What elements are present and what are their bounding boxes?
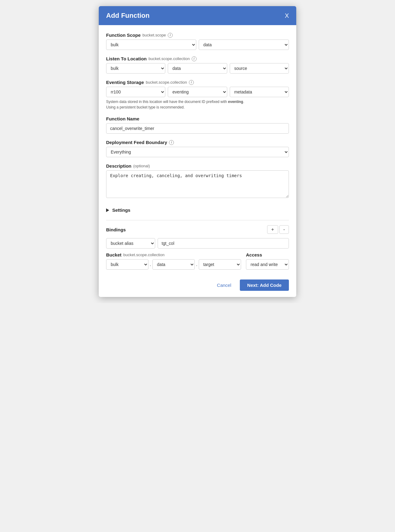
binding-collection-select[interactable]: target [199, 259, 241, 270]
bindings-btn-group: + - [267, 225, 289, 234]
function-scope-info-icon[interactable]: i [168, 33, 173, 38]
deployment-feed-boundary-group: Deployment Feed Boundary i Everything [106, 140, 289, 157]
description-textarea[interactable]: Explore creating, canceling, and overwri… [106, 170, 289, 198]
eventing-bucket-wrap: rr100 [106, 87, 165, 97]
settings-triangle-icon [106, 208, 109, 212]
settings-label: Settings [112, 207, 130, 213]
listen-scope-wrap: data [168, 63, 227, 74]
eventing-collection-select[interactable]: metadata [230, 87, 289, 97]
listen-to-location-label: Listen To Location bucket.scope.collecti… [106, 56, 289, 61]
dialog-body: Function Scope bucket.scope i bulk data [99, 25, 296, 275]
function-scope-group: Function Scope bucket.scope i bulk data [106, 32, 289, 50]
eventing-storage-hint: System data stored in this location will… [106, 99, 289, 110]
alias-input-wrap [158, 238, 289, 249]
bucket-field-label: Bucket bucket.scope.collection [106, 252, 241, 257]
binding-alias-row: bucket alias url alias constant binding [106, 238, 289, 249]
dialog-footer: Cancel Next: Add Code [99, 275, 296, 297]
function-scope-scope-select[interactable]: data [199, 40, 289, 50]
listen-collection-wrap: source [230, 63, 289, 74]
eventing-storage-info-icon[interactable]: i [189, 80, 194, 85]
function-scope-bucket-select[interactable]: bulk [106, 40, 196, 50]
add-function-dialog: Add Function X Function Scope bucket.sco… [99, 6, 296, 297]
listen-to-location-selects: bulk data source [106, 63, 289, 74]
function-scope-scope-wrap: data [199, 40, 289, 50]
dialog-title: Add Function [106, 12, 150, 20]
settings-row[interactable]: Settings [106, 205, 289, 215]
access-field: Access read and write read only [246, 252, 289, 270]
listen-to-location-group: Listen To Location bucket.scope.collecti… [106, 56, 289, 74]
eventing-storage-label: Eventing Storage bucket.scope.collection… [106, 80, 289, 85]
deployment-feed-boundary-select[interactable]: Everything [106, 147, 289, 157]
dot-sep-1: . [149, 262, 151, 267]
binding-bucket-wrap: bulk [106, 259, 148, 270]
alias-type-wrap: bucket alias url alias constant binding [106, 238, 155, 249]
bindings-title: Bindings [106, 227, 126, 232]
dialog-header: Add Function X [99, 6, 296, 25]
bucket-selects: bulk . data . target [106, 259, 241, 270]
alias-type-select[interactable]: bucket alias url alias constant binding [106, 238, 155, 249]
function-name-group: Function Name [106, 116, 289, 134]
cancel-button[interactable]: Cancel [213, 280, 235, 290]
function-scope-bucket-wrap: bulk [106, 40, 196, 50]
eventing-scope-wrap: eventing [168, 87, 227, 97]
access-select[interactable]: read and write read only [246, 259, 289, 270]
binding-scope-select[interactable]: data [152, 259, 195, 270]
listen-bucket-select[interactable]: bulk [106, 63, 165, 74]
deployment-feed-boundary-label: Deployment Feed Boundary i [106, 140, 289, 145]
listen-to-location-info-icon[interactable]: i [192, 56, 197, 61]
listen-collection-select[interactable]: source [230, 63, 289, 74]
deployment-feed-boundary-info-icon[interactable]: i [169, 140, 174, 145]
eventing-scope-select[interactable]: eventing [168, 87, 227, 97]
description-group: Description (optional) Explore creating,… [106, 163, 289, 199]
bucket-access-section: Bucket bucket.scope.collection bulk . da… [106, 252, 289, 270]
eventing-bucket-select[interactable]: rr100 [106, 87, 165, 97]
next-add-code-button[interactable]: Next: Add Code [240, 279, 289, 291]
binding-collection-wrap: target [199, 259, 241, 270]
bindings-header: Bindings + - [106, 225, 289, 234]
close-button[interactable]: X [285, 13, 289, 19]
bucket-fields: Bucket bucket.scope.collection bulk . da… [106, 252, 241, 270]
eventing-collection-wrap: metadata [230, 87, 289, 97]
divider [106, 220, 289, 220]
alias-value-input[interactable] [158, 238, 289, 249]
remove-binding-button[interactable]: - [279, 225, 289, 234]
dot-sep-2: . [195, 262, 198, 267]
listen-scope-select[interactable]: data [168, 63, 227, 74]
function-scope-selects: bulk data [106, 40, 289, 50]
function-scope-label: Function Scope bucket.scope i [106, 32, 289, 38]
function-name-input[interactable] [106, 123, 289, 134]
eventing-storage-group: Eventing Storage bucket.scope.collection… [106, 80, 289, 110]
binding-bucket-select[interactable]: bulk [106, 259, 148, 270]
access-label: Access [246, 252, 289, 257]
eventing-storage-selects: rr100 eventing metadata [106, 87, 289, 97]
description-label: Description (optional) [106, 163, 289, 169]
binding-scope-wrap: data [152, 259, 195, 270]
listen-bucket-wrap: bulk [106, 63, 165, 74]
function-name-label: Function Name [106, 116, 289, 121]
add-binding-button[interactable]: + [267, 225, 278, 234]
